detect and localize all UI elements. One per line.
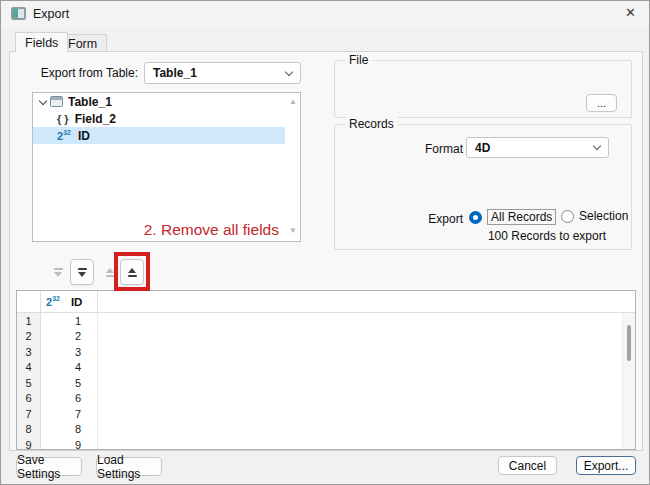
title-bar: Export ✕ xyxy=(1,1,649,27)
load-settings-button[interactable]: Load Settings xyxy=(96,457,162,476)
all-records-radio[interactable]: All Records xyxy=(469,209,556,225)
save-settings-button[interactable]: Save Settings xyxy=(16,457,82,476)
row-number-cell: 7 xyxy=(17,406,41,422)
export-preview-grid: 232 ID 112233445566778899 xyxy=(16,290,636,450)
tree-item-id[interactable]: 232 ID xyxy=(33,127,285,144)
row-number-cell: 4 xyxy=(17,360,41,376)
tree-item-label: Table_1 xyxy=(68,95,112,109)
remove-all-fields-button[interactable] xyxy=(120,259,144,285)
format-select-value: 4D xyxy=(475,141,490,155)
radio-unselected-icon[interactable] xyxy=(561,210,574,223)
annotation-remove-all-fields: 2. Remove all fields xyxy=(144,221,279,239)
add-field-button[interactable] xyxy=(48,262,68,282)
records-count: 100 Records to export xyxy=(488,229,606,243)
window-title: Export xyxy=(33,7,69,21)
tree-item-label: Field_2 xyxy=(75,112,116,126)
column-header-label: ID xyxy=(71,296,83,308)
selection-label: Selection xyxy=(579,209,628,223)
add-field-icon xyxy=(54,268,63,270)
grid-corner-cell xyxy=(17,291,41,312)
table-row[interactable]: 33 xyxy=(17,344,635,360)
export-dialog: Export ✕ Fields Form Export from Table: … xyxy=(0,0,650,485)
row-number-cell: 6 xyxy=(17,391,41,407)
table-row[interactable]: 88 xyxy=(17,422,635,438)
format-select[interactable]: 4D xyxy=(466,137,609,158)
tree-item-field2[interactable]: { } Field_2 xyxy=(33,110,300,127)
longint-type-icon: 232 xyxy=(46,295,60,308)
tree-item-label: ID xyxy=(78,129,90,143)
remove-all-fields-icon xyxy=(128,268,136,273)
expand-chevron-icon[interactable] xyxy=(39,96,47,104)
row-value-cell: 9 xyxy=(41,437,98,450)
table-row[interactable]: 99 xyxy=(17,437,635,450)
row-value-cell: 5 xyxy=(41,375,98,391)
scroll-up-icon[interactable]: ▲ xyxy=(289,97,297,106)
scrollbar-thumb[interactable] xyxy=(627,325,631,361)
export-button[interactable]: Export... xyxy=(576,456,636,475)
fields-tree: Table_1 { } Field_2 232 ID ▲ ▼ 2. Remove… xyxy=(32,92,301,242)
row-value-cell: 7 xyxy=(41,406,98,422)
remove-field-icon xyxy=(106,268,114,273)
table-row[interactable]: 22 xyxy=(17,329,635,345)
grid-vertical-scrollbar[interactable] xyxy=(622,313,635,449)
records-group-legend: Records xyxy=(345,117,398,131)
row-value-cell: 3 xyxy=(41,344,98,360)
scroll-down-icon[interactable]: ▼ xyxy=(289,226,297,235)
format-label: Format xyxy=(375,142,463,156)
table-icon xyxy=(50,96,63,107)
file-group-legend: File xyxy=(345,53,372,67)
row-number-cell: 3 xyxy=(17,344,41,360)
row-number-cell: 5 xyxy=(17,375,41,391)
export-from-table-label: Export from Table: xyxy=(28,66,138,80)
text-type-icon: { } xyxy=(57,113,69,125)
row-value-cell: 6 xyxy=(41,391,98,407)
table-select[interactable]: Table_1 xyxy=(144,62,301,84)
export-dialog-icon xyxy=(11,7,26,20)
table-row[interactable]: 11 xyxy=(17,313,635,329)
cancel-button[interactable]: Cancel xyxy=(498,456,557,475)
table-row[interactable]: 66 xyxy=(17,391,635,407)
row-number-cell: 8 xyxy=(17,422,41,438)
longint-type-icon: 232 xyxy=(57,129,71,142)
grid-header-row: 232 ID xyxy=(17,291,635,313)
file-group: File ... xyxy=(334,60,632,118)
radio-selected-icon[interactable] xyxy=(469,211,482,224)
row-number-cell: 2 xyxy=(17,329,41,345)
row-value-cell: 8 xyxy=(41,422,98,438)
row-value-cell: 2 xyxy=(41,329,98,345)
table-select-value: Table_1 xyxy=(153,66,197,80)
selection-radio[interactable]: Selection xyxy=(561,209,628,223)
row-number-cell: 9 xyxy=(17,437,41,450)
close-icon[interactable]: ✕ xyxy=(625,5,636,20)
remove-field-button[interactable] xyxy=(100,262,120,282)
grid-column-header-id[interactable]: 232 ID xyxy=(41,291,98,312)
table-row[interactable]: 55 xyxy=(17,375,635,391)
tree-item-table1[interactable]: Table_1 xyxy=(33,93,300,110)
fields-tab-page: Export from Table: Table_1 Table_1 { } F… xyxy=(9,51,643,451)
add-all-fields-button[interactable] xyxy=(70,259,94,285)
table-row[interactable]: 44 xyxy=(17,360,635,376)
grid-body: 112233445566778899 xyxy=(17,313,635,450)
all-records-label: All Records xyxy=(487,209,556,225)
add-all-fields-icon xyxy=(78,268,87,270)
row-value-cell: 4 xyxy=(41,360,98,376)
export-label: Export xyxy=(375,212,463,226)
chevron-down-icon xyxy=(285,67,293,75)
browse-button[interactable]: ... xyxy=(586,94,617,112)
row-number-cell: 1 xyxy=(17,313,41,329)
table-row[interactable]: 77 xyxy=(17,406,635,422)
records-group: Records Format 4D Export All Records Sel… xyxy=(334,124,632,250)
tab-fields[interactable]: Fields xyxy=(15,32,68,52)
row-value-cell: 1 xyxy=(41,313,98,329)
chevron-down-icon xyxy=(593,142,601,150)
